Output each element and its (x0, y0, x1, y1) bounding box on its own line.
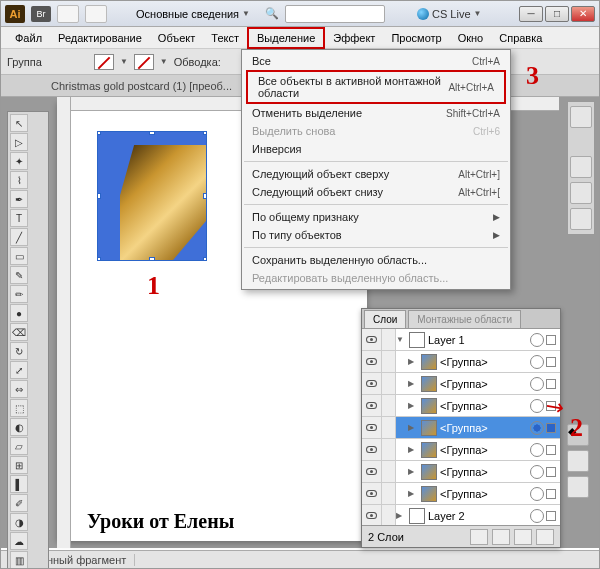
layer-row[interactable]: ▶<Группа> (362, 351, 560, 373)
workspace-switcher[interactable]: Основные сведения ▼ (127, 5, 259, 23)
selection-handle[interactable] (97, 131, 101, 135)
layers-btn[interactable] (492, 529, 510, 545)
expand-toggle-icon[interactable]: ▶ (408, 445, 418, 454)
selection-handle[interactable] (203, 257, 207, 261)
expand-toggle-icon[interactable]: ▶ (408, 489, 418, 498)
target-icon[interactable] (530, 377, 544, 391)
expand-toggle-icon[interactable]: ▶ (396, 511, 406, 520)
menu-item[interactable]: ВсеCtrl+A (242, 52, 510, 70)
dock-panel-button[interactable] (570, 106, 592, 128)
selection-handle[interactable] (203, 131, 207, 135)
selection-tool[interactable]: ↖ (10, 114, 28, 132)
magic-wand-tool[interactable]: ✦ (10, 152, 28, 170)
visibility-toggle[interactable] (362, 461, 382, 482)
selection-indicator[interactable] (546, 489, 556, 499)
expand-toggle-icon[interactable]: ▶ (408, 401, 418, 410)
mesh-tool[interactable]: ⊞ (10, 456, 28, 474)
lasso-tool[interactable]: ⌇ (10, 171, 28, 189)
menu-item[interactable]: Инверсия (242, 140, 510, 158)
visibility-toggle[interactable] (362, 329, 382, 350)
selection-indicator[interactable] (546, 445, 556, 455)
lock-toggle[interactable] (382, 395, 396, 416)
maximize-button[interactable]: □ (545, 6, 569, 22)
expand-toggle-icon[interactable]: ▼ (396, 335, 406, 344)
target-icon[interactable] (530, 355, 544, 369)
free-transform-tool[interactable]: ⬚ (10, 399, 28, 417)
layer-row[interactable]: ▶Layer 2 (362, 505, 560, 525)
layer-row[interactable]: ▶<Группа> (362, 461, 560, 483)
dock-panel-button[interactable] (570, 182, 592, 204)
blob-brush-tool[interactable]: ● (10, 304, 28, 322)
pencil-tool[interactable]: ✏ (10, 285, 28, 303)
width-tool[interactable]: ⇔ (10, 380, 28, 398)
selection-indicator[interactable] (546, 357, 556, 367)
perspective-tool[interactable]: ▱ (10, 437, 28, 455)
visibility-toggle[interactable] (362, 505, 382, 525)
selection-handle[interactable] (203, 193, 207, 199)
visibility-toggle[interactable] (362, 395, 382, 416)
symbol-tool[interactable]: ☁ (10, 532, 28, 550)
selection-handle[interactable] (149, 257, 155, 261)
menu-item[interactable]: Отменить выделениеShift+Ctrl+A (242, 104, 510, 122)
delete-layer-button[interactable] (536, 529, 554, 545)
dock-panel-button[interactable] (567, 476, 589, 498)
layers-btn[interactable] (470, 529, 488, 545)
target-icon[interactable] (530, 421, 544, 435)
menu-item[interactable]: Следующий объект сверхуAlt+Ctrl+] (242, 165, 510, 183)
selection-indicator[interactable] (546, 511, 556, 521)
eyedropper-tool[interactable]: ✐ (10, 494, 28, 512)
bridge-badge-icon[interactable]: Br (31, 6, 51, 22)
close-button[interactable]: ✕ (571, 6, 595, 22)
brush-tool[interactable]: ✎ (10, 266, 28, 284)
target-icon[interactable] (530, 465, 544, 479)
minimize-button[interactable]: ─ (519, 6, 543, 22)
dock-panel-button[interactable] (567, 450, 589, 472)
rotate-tool[interactable]: ↻ (10, 342, 28, 360)
stroke-swatch[interactable] (134, 54, 154, 70)
visibility-toggle[interactable] (362, 373, 382, 394)
visibility-toggle[interactable] (362, 351, 382, 372)
titlebar-button[interactable] (85, 5, 107, 23)
layer-row[interactable]: ▶<Группа> (362, 373, 560, 395)
search-input[interactable] (285, 5, 385, 23)
fill-swatch[interactable] (94, 54, 114, 70)
cslive-button[interactable]: CS Live ▼ (417, 8, 481, 20)
lock-toggle[interactable] (382, 329, 396, 350)
lock-toggle[interactable] (382, 483, 396, 504)
lock-toggle[interactable] (382, 461, 396, 482)
layer-row[interactable]: ▶<Группа> (362, 483, 560, 505)
blend-tool[interactable]: ◑ (10, 513, 28, 531)
eraser-tool[interactable]: ⌫ (10, 323, 28, 341)
selection-handle[interactable] (97, 193, 101, 199)
new-layer-button[interactable] (514, 529, 532, 545)
menu-select[interactable]: Выделение (247, 27, 325, 49)
visibility-toggle[interactable] (362, 439, 382, 460)
menu-help[interactable]: Справка (491, 29, 550, 47)
target-icon[interactable] (530, 509, 544, 523)
type-tool[interactable]: T (10, 209, 28, 227)
selection-handle[interactable] (149, 131, 155, 135)
menu-item[interactable]: Следующий объект снизуAlt+Ctrl+[ (242, 183, 510, 201)
selection-indicator[interactable] (546, 335, 556, 345)
menu-window[interactable]: Окно (450, 29, 492, 47)
layer-row[interactable]: ▶<Группа> (362, 395, 560, 417)
layer-row[interactable]: ▶<Группа> (362, 417, 560, 439)
pen-tool[interactable]: ✒ (10, 190, 28, 208)
selection-handle[interactable] (97, 257, 101, 261)
menu-item[interactable]: По общему признаку▶ (242, 208, 510, 226)
menu-text[interactable]: Текст (203, 29, 247, 47)
tab-layers[interactable]: Слои (364, 310, 406, 328)
lock-toggle[interactable] (382, 417, 396, 438)
dock-panel-button[interactable] (570, 208, 592, 230)
selection-indicator[interactable] (546, 467, 556, 477)
selection-indicator[interactable] (546, 379, 556, 389)
layer-row[interactable]: ▼Layer 1 (362, 329, 560, 351)
layer-row[interactable]: ▶<Группа> (362, 439, 560, 461)
selected-artwork[interactable] (97, 131, 207, 261)
lock-toggle[interactable] (382, 505, 396, 525)
shape-builder-tool[interactable]: ◐ (10, 418, 28, 436)
menu-view[interactable]: Просмотр (383, 29, 449, 47)
line-tool[interactable]: ╱ (10, 228, 28, 246)
rectangle-tool[interactable]: ▭ (10, 247, 28, 265)
menu-effect[interactable]: Эффект (325, 29, 383, 47)
